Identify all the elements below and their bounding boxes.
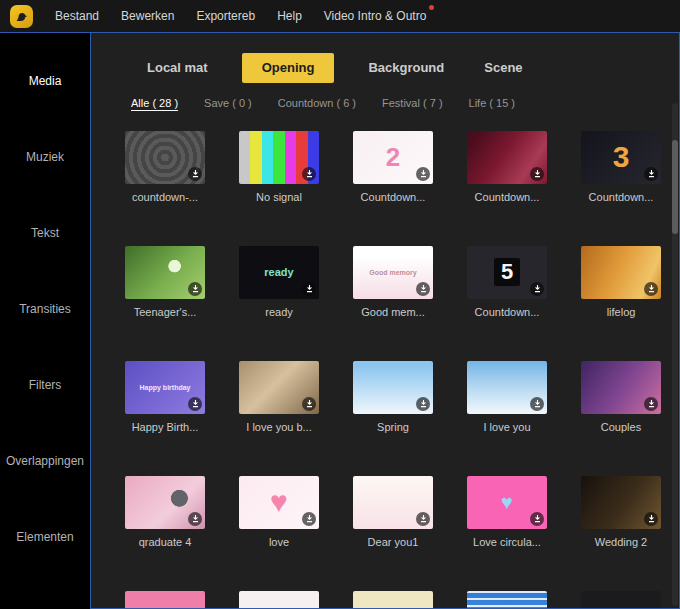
template-thumbnail[interactable]	[239, 131, 319, 184]
template-item[interactable]: No signal	[239, 131, 319, 204]
template-item[interactable]: Spring	[353, 361, 433, 434]
template-thumbnail[interactable]	[353, 476, 433, 529]
template-item[interactable]: I love you b...	[239, 361, 319, 434]
template-thumbnail[interactable]: ♥	[239, 476, 319, 529]
download-icon[interactable]	[188, 282, 202, 296]
thumbnail-overlay-text: ♥	[501, 492, 513, 512]
sidebar-item-overlappingen[interactable]: Overlappingen	[0, 423, 90, 499]
template-thumbnail[interactable]: Happy birthday	[125, 361, 205, 414]
template-title: Good mem...	[353, 306, 433, 319]
sidebar-item-elementen[interactable]: Elementen	[0, 499, 90, 575]
download-icon[interactable]	[188, 167, 202, 181]
download-icon[interactable]	[530, 167, 544, 181]
template-item[interactable]: ♥ love	[239, 476, 319, 549]
template-thumbnail[interactable]: ♥	[467, 476, 547, 529]
template-item[interactable]	[467, 591, 547, 609]
template-item[interactable]: 2 Countdown...	[353, 131, 433, 204]
template-item[interactable]: Countdown...	[467, 131, 547, 204]
download-icon[interactable]	[302, 397, 316, 411]
template-item[interactable]: ♥	[125, 591, 205, 609]
download-icon[interactable]	[302, 282, 316, 296]
template-thumbnail[interactable]	[467, 591, 547, 609]
download-icon[interactable]	[530, 397, 544, 411]
download-icon[interactable]	[416, 167, 430, 181]
template-thumbnail[interactable]: Good memory	[353, 246, 433, 299]
download-icon[interactable]	[188, 397, 202, 411]
template-thumbnail[interactable]: 2	[353, 131, 433, 184]
download-icon[interactable]	[644, 282, 658, 296]
sidebar-item-muziek[interactable]: Muziek	[0, 119, 90, 195]
tab-scene[interactable]: Scene	[478, 53, 528, 83]
template-item[interactable]	[239, 591, 319, 609]
template-item[interactable]: 3 Countdown...	[581, 131, 661, 204]
download-icon[interactable]	[416, 397, 430, 411]
template-item[interactable]: ready ready	[239, 246, 319, 319]
template-item[interactable]: countdown-...	[125, 131, 205, 204]
template-item[interactable]: Dear you1	[353, 476, 433, 549]
template-item[interactable]: Wedding 2	[581, 476, 661, 549]
template-thumbnail[interactable]: ready	[239, 246, 319, 299]
sidebar-item-filters[interactable]: Filters	[0, 347, 90, 423]
template-item[interactable]	[353, 591, 433, 609]
template-item[interactable]: Good memory Good mem...	[353, 246, 433, 319]
template-item[interactable]: Teenager's...	[125, 246, 205, 319]
filter-alle[interactable]: Alle ( 28 )	[131, 97, 178, 109]
template-item[interactable]: lifelog	[581, 246, 661, 319]
menu-video-intro-outro[interactable]: Video Intro & Outro	[314, 4, 437, 28]
filter-life[interactable]: Life ( 15 )	[469, 97, 515, 109]
tab-local-material[interactable]: Local mat	[141, 53, 214, 83]
template-item[interactable]: Happy birthday Happy Birth...	[125, 361, 205, 434]
download-icon[interactable]	[188, 512, 202, 526]
template-thumbnail[interactable]	[239, 591, 319, 609]
download-icon[interactable]	[530, 282, 544, 296]
app-logo-icon[interactable]	[10, 5, 33, 28]
template-thumbnail[interactable]	[581, 246, 661, 299]
template-item[interactable]: qraduate 4	[125, 476, 205, 549]
tab-background[interactable]: Background	[362, 53, 450, 83]
template-thumbnail[interactable]	[581, 591, 661, 609]
sidebar-item-transities[interactable]: Transities	[0, 271, 90, 347]
template-thumbnail[interactable]: ♥	[125, 591, 205, 609]
scrollbar-thumb[interactable]	[672, 140, 678, 234]
template-item[interactable]: Couples	[581, 361, 661, 434]
template-thumbnail[interactable]	[125, 246, 205, 299]
template-thumbnail[interactable]	[581, 361, 661, 414]
download-icon[interactable]	[302, 167, 316, 181]
template-item[interactable]: ♥ Love circula...	[467, 476, 547, 549]
template-thumbnail[interactable]	[581, 476, 661, 529]
template-thumbnail[interactable]	[239, 361, 319, 414]
template-title: love	[239, 536, 319, 549]
filter-festival[interactable]: Festival ( 7 )	[382, 97, 443, 109]
download-icon[interactable]	[644, 167, 658, 181]
template-item[interactable]: 5 Countdown...	[467, 246, 547, 319]
sidebar-item-tekst[interactable]: Tekst	[0, 195, 90, 271]
menu-exportereb[interactable]: Exportereb	[186, 4, 265, 28]
template-thumbnail[interactable]	[125, 476, 205, 529]
filter-save[interactable]: Save ( 0 )	[204, 97, 252, 109]
template-thumbnail[interactable]	[467, 361, 547, 414]
menu-bestand[interactable]: Bestand	[45, 4, 109, 28]
download-icon[interactable]	[644, 397, 658, 411]
template-item[interactable]	[581, 591, 661, 609]
template-title: Couples	[581, 421, 661, 434]
download-icon[interactable]	[416, 282, 430, 296]
tab-opening[interactable]: Opening	[242, 53, 335, 83]
template-title: Countdown...	[581, 191, 661, 204]
download-icon[interactable]	[302, 512, 316, 526]
template-item[interactable]: I love you	[467, 361, 547, 434]
template-thumbnail[interactable]	[467, 131, 547, 184]
download-icon[interactable]	[644, 512, 658, 526]
download-icon[interactable]	[416, 512, 430, 526]
template-thumbnail[interactable]	[353, 361, 433, 414]
sidebar: Media Muziek Tekst Transities Filters Ov…	[0, 33, 90, 609]
menu-bewerken[interactable]: Bewerken	[111, 4, 184, 28]
sidebar-item-media[interactable]: Media	[0, 43, 90, 119]
download-icon[interactable]	[530, 512, 544, 526]
menu-help[interactable]: Help	[267, 4, 312, 28]
template-thumbnail[interactable]	[353, 591, 433, 609]
template-thumbnail[interactable]: 3	[581, 131, 661, 184]
filter-countdown[interactable]: Countdown ( 6 )	[278, 97, 356, 109]
template-thumbnail[interactable]	[125, 131, 205, 184]
scrollbar[interactable]	[672, 103, 678, 606]
template-thumbnail[interactable]: 5	[467, 246, 547, 299]
